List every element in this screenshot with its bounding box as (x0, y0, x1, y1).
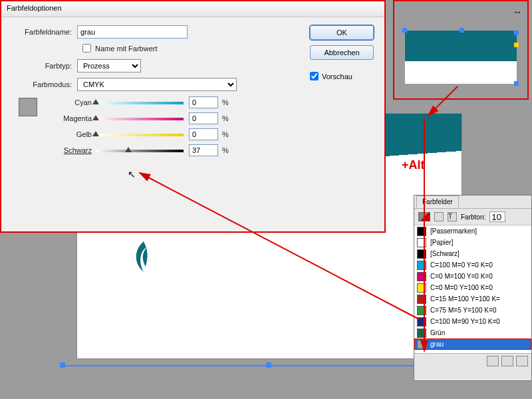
swatch-row[interactable]: [Passermarken] (414, 225, 531, 237)
cancel-button[interactable]: Abbrechen (310, 45, 374, 60)
magenta-value[interactable] (189, 112, 218, 124)
object-format-icon[interactable] (434, 212, 444, 221)
text-format-icon[interactable]: T (448, 212, 457, 221)
gelb-slider[interactable] (96, 131, 184, 138)
swatch-name-input[interactable] (77, 25, 188, 39)
swatch-color-icon (417, 340, 426, 349)
swatch-label: C=0 M=100 Y=0 K=0 (430, 273, 493, 280)
swatch-row[interactable]: C=75 M=5 Y=100 K=0 (414, 305, 531, 316)
zoom-inset: ↔ (393, 0, 529, 100)
swatch-color-icon (417, 306, 426, 315)
ok-button[interactable]: OK (310, 25, 374, 40)
swatch-row[interactable]: C=0 M=100 Y=0 K=0 (414, 271, 531, 282)
swatch-row[interactable]: grau (414, 338, 531, 350)
name-with-value-checkbox[interactable] (82, 44, 91, 53)
new-swatch-icon[interactable] (487, 356, 499, 366)
swatch-row[interactable]: [Schwarz] (414, 248, 531, 259)
gelb-label: Gelb (51, 130, 92, 138)
swatch-color-icon (417, 238, 426, 247)
logo-glyph (127, 240, 160, 273)
cyan-slider[interactable] (96, 99, 184, 106)
dialog-title: Farbfeldoptionen (1, 1, 384, 17)
selection-handle[interactable] (460, 28, 464, 33)
zoom-page (405, 31, 517, 84)
type-label: Farbtyp: (13, 62, 77, 70)
preview-checkbox[interactable] (310, 72, 319, 80)
selection-handle[interactable] (266, 362, 271, 368)
selection-handle[interactable] (402, 28, 407, 33)
swatch-label: Grün (430, 329, 445, 336)
swatch-label: C=100 M=0 Y=0 K=0 (430, 261, 493, 269)
schwarz-slider[interactable] (96, 147, 184, 154)
cursor-icon: ↖ (128, 169, 136, 180)
swatch-label: C=75 M=5 Y=100 K=0 (430, 307, 496, 314)
swatch-color-icon (417, 272, 426, 281)
delete-swatch-icon[interactable] (516, 356, 528, 366)
swatch-list[interactable]: [Passermarken][Papier][Schwarz]C=100 M=0… (414, 225, 531, 353)
swatch-color-icon (417, 261, 426, 270)
swatches-panel: Farbfelder T Farbton: [Passermarken][Pap… (414, 195, 532, 381)
selection-handle[interactable] (514, 31, 519, 35)
swatch-color-icon (417, 295, 426, 304)
swatch-row[interactable]: Grün (414, 327, 531, 338)
fill-stroke-icon[interactable] (418, 212, 430, 221)
swatch-label: C=15 M=100 Y=100 K= (430, 295, 500, 303)
cyan-label: Cyan (51, 98, 92, 106)
swatch-row[interactable]: C=100 M=90 Y=10 K=0 (414, 316, 531, 327)
selection-handle[interactable] (60, 362, 65, 368)
swatch-row[interactable]: C=15 M=100 Y=100 K= (414, 293, 531, 305)
swatch-label: [Papier] (430, 239, 453, 246)
alt-annotation: +Alt (402, 158, 425, 172)
selection-handle-reference[interactable] (514, 43, 519, 47)
swatch-label: [Passermarken] (430, 227, 477, 235)
swatch-row[interactable]: [Papier] (414, 237, 531, 248)
swatch-preview (19, 98, 37, 116)
swatch-label: grau (430, 340, 444, 348)
move-cursor-icon: ↔ (513, 7, 522, 17)
schwarz-label: Schwarz (51, 146, 92, 154)
preview-label: Vorschau (322, 72, 352, 80)
swatch-color-icon (417, 329, 426, 338)
swatch-color-icon (417, 249, 426, 259)
mode-label: Farbmodus: (13, 80, 77, 88)
swatch-color-icon (417, 317, 426, 327)
swatch-label: [Schwarz] (430, 250, 460, 257)
color-type-select[interactable]: Prozess (77, 59, 141, 72)
swatch-color-icon (417, 227, 426, 236)
color-mode-select[interactable]: CMYK (77, 78, 237, 91)
swatch-row[interactable]: C=100 M=0 Y=0 K=0 (414, 259, 531, 271)
tint-label: Farbton: (461, 213, 485, 221)
panel-tabbar: Farbfelder (414, 196, 531, 209)
panel-tab-swatches[interactable]: Farbfelder (416, 196, 459, 207)
name-label: Farbfeldname: (13, 28, 77, 36)
name-with-value-label: Name mit Farbwert (95, 45, 158, 53)
swatch-color-icon (417, 283, 426, 293)
magenta-label: Magenta (51, 114, 92, 122)
selection-handle[interactable] (514, 81, 519, 86)
schwarz-value[interactable] (189, 144, 218, 156)
cyan-value[interactable] (189, 96, 218, 108)
swatch-label: C=0 M=0 Y=100 K=0 (430, 284, 493, 291)
tint-value[interactable] (489, 211, 505, 222)
swatch-row[interactable]: C=0 M=0 Y=100 K=0 (414, 282, 531, 293)
swatch-label: C=100 M=90 Y=10 K=0 (430, 318, 500, 325)
magenta-slider[interactable] (96, 115, 184, 122)
gelb-value[interactable] (189, 128, 218, 140)
new-swatch-icon[interactable] (501, 356, 513, 366)
swatch-options-dialog: Farbfeldoptionen Farbfeldname: Name mit … (0, 0, 386, 233)
